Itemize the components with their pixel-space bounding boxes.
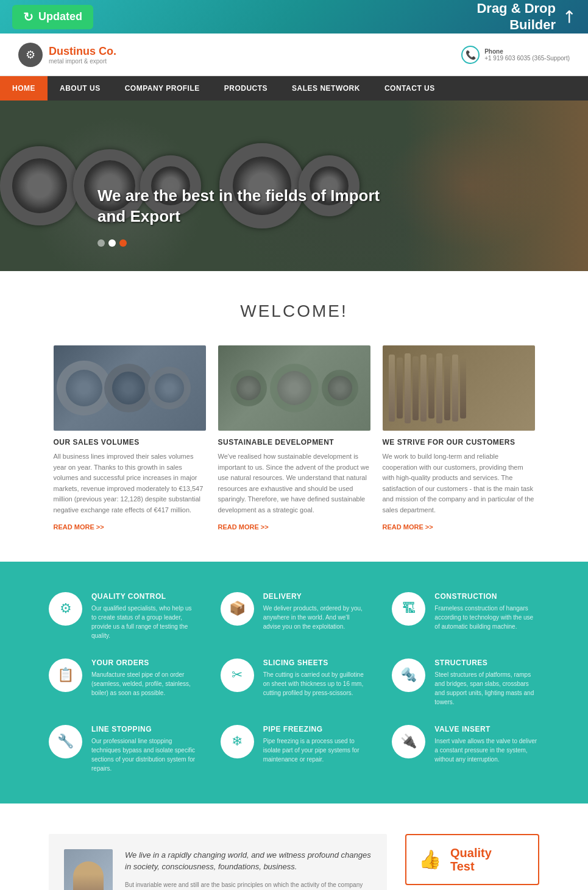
- logo-area: ⚙ Dustinus Co. metal import & export: [18, 43, 116, 67]
- service-icon-orders: 📋: [49, 659, 82, 692]
- card-title-sales: OUR SALES VOLUMES: [54, 438, 206, 447]
- service-construction: 🏗 CONSTRUCTION Frameless construction of…: [392, 592, 539, 640]
- services-grid: ⚙ QUALITY CONTROL Our qualified speciali…: [49, 592, 539, 773]
- card-text-customers: We work to build long-term and reliable …: [383, 451, 535, 516]
- service-icon-slicing: ✂: [221, 659, 254, 692]
- nav-item-about[interactable]: ABOUT US: [48, 76, 113, 101]
- line-stopping-icon: 🔧: [57, 733, 74, 749]
- read-more-sustainable[interactable]: READ MORE >>: [218, 523, 269, 531]
- orders-icon: 📋: [57, 667, 74, 683]
- pipe-1: [57, 361, 112, 415]
- delivery-icon: 📦: [229, 601, 246, 616]
- hero-dots[interactable]: [97, 239, 491, 247]
- rebar-4: [413, 356, 419, 420]
- service-text-pipe-freezing: Pipe freezing is a process used to isola…: [263, 736, 368, 764]
- card-image-pipes: [54, 345, 206, 431]
- services-section: ⚙ QUALITY CONTROL Our qualified speciali…: [0, 562, 588, 803]
- card-title-customers: WE STRIVE FOR OUR CUSTOMERS: [383, 438, 535, 447]
- service-pipe-freezing: ❄ PIPE FREEZING Pipe freezing is a proce…: [221, 725, 368, 773]
- rebar-9: [452, 355, 458, 422]
- bottom-body: But invariable were and still are the ba…: [125, 880, 372, 890]
- phone-icon: 📞: [461, 46, 480, 64]
- service-content-valve-insert: VALVE INSERT Insert valve allows the val…: [434, 725, 539, 764]
- service-title-delivery: DELIVERY: [263, 592, 368, 601]
- slicing-icon: ✂: [232, 667, 243, 683]
- card-image-rebar: [383, 345, 535, 431]
- service-orders: 📋 YOUR ORDERS Manufacture steel pipe of …: [49, 659, 196, 707]
- rebar-10: [460, 358, 466, 419]
- nav-item-home[interactable]: HOME: [0, 76, 48, 101]
- coil-sim-2: [270, 364, 319, 412]
- logo-name: Dustinus Co.: [49, 45, 116, 58]
- service-content-quality: QUALITY CONTROL Our qualified specialist…: [91, 592, 196, 640]
- promo-card-quality[interactable]: 👍 QualityTest: [405, 834, 539, 885]
- service-text-valve-insert: Insert valve allows the valve to deliver…: [434, 736, 539, 764]
- service-delivery: 📦 DELIVERY We deliver products, ordered …: [221, 592, 368, 640]
- service-content-pipe-freezing: PIPE FREEZING Pipe freezing is a process…: [263, 725, 368, 764]
- hero-dot-3[interactable]: [119, 239, 127, 247]
- service-content-structures: STRUCTURES Steel structures of platforms…: [434, 659, 539, 707]
- refresh-icon: ↻: [23, 10, 34, 24]
- promo-label-quality: QualityTest: [450, 846, 492, 873]
- pipe-freezing-icon: ❄: [232, 733, 243, 749]
- coil-sim-1: [230, 370, 267, 406]
- nav-item-products[interactable]: PRODUCTS: [212, 76, 280, 101]
- valve-insert-icon: 🔌: [400, 733, 417, 749]
- header: ⚙ Dustinus Co. metal import & export 📞 P…: [0, 34, 588, 76]
- service-icon-construction: 🏗: [392, 592, 425, 626]
- bottom-quote: We live in a rapidly changing world, and…: [125, 849, 372, 873]
- service-content-slicing: SLICING SHEETS The cutting is carried ou…: [263, 659, 368, 698]
- card-text-sustainable: We've realised how sustainable developme…: [218, 451, 370, 516]
- service-icon-delivery: 📦: [221, 592, 254, 626]
- nav-item-contact[interactable]: CONTACT US: [372, 76, 447, 101]
- coil-sim-3: [322, 370, 358, 406]
- welcome-title: WELCOME!: [49, 302, 539, 321]
- hero-dot-2[interactable]: [108, 239, 116, 247]
- bottom-avatar: [64, 849, 113, 890]
- bottom-right: 👍 QualityTest 🚩 HotOffers: [405, 834, 539, 890]
- quality-control-icon: ⚙: [60, 601, 72, 616]
- hero-dot-1[interactable]: [97, 239, 105, 247]
- logo-icon: ⚙: [18, 43, 43, 67]
- service-valve-insert: 🔌 VALVE INSERT Insert valve allows the v…: [392, 725, 539, 773]
- service-text-delivery: We deliver products, ordered by you, any…: [263, 604, 368, 631]
- read-more-sales[interactable]: READ MORE >>: [54, 523, 104, 531]
- phone-label: Phone: [484, 48, 570, 55]
- service-icon-line-stopping: 🔧: [49, 725, 82, 758]
- bottom-section: We live in a rapidly changing world, and…: [0, 803, 588, 890]
- service-text-orders: Manufacture steel pipe of on order (seam…: [91, 670, 196, 698]
- service-content-orders: YOUR ORDERS Manufacture steel pipe of on…: [91, 659, 196, 698]
- header-contact: 📞 Phone +1 919 603 6035 (365-Support): [461, 46, 570, 64]
- service-icon-quality-control: ⚙: [49, 592, 82, 626]
- drag-drop-label: Drag & DropBuilder: [476, 1, 556, 33]
- hero-title: We are the best in the fields of Import …: [97, 186, 402, 227]
- service-title-orders: YOUR ORDERS: [91, 659, 196, 667]
- service-quality-control: ⚙ QUALITY CONTROL Our qualified speciali…: [49, 592, 196, 640]
- service-title-construction: CONSTRUCTION: [434, 592, 539, 601]
- service-line-stopping: 🔧 LINE STOPPING Our professional line st…: [49, 725, 196, 773]
- service-icon-structures: 🔩: [392, 659, 425, 692]
- cards-grid: OUR SALES VOLUMES All business lines imp…: [49, 345, 539, 531]
- rebar-2: [397, 358, 403, 419]
- card-title-sustainable: SUSTAINABLE DEVELOPMENT: [218, 438, 370, 447]
- service-text-slicing: The cutting is carried out by guillotine…: [263, 670, 368, 698]
- service-slicing: ✂ SLICING SHEETS The cutting is carried …: [221, 659, 368, 707]
- logo-text: Dustinus Co. metal import & export: [49, 45, 116, 65]
- service-text-line-stopping: Our professional line stopping technique…: [91, 736, 196, 773]
- pipe-3: [148, 367, 191, 409]
- logo-subtitle: metal import & export: [49, 58, 116, 65]
- nav-item-sales[interactable]: SALES NETWORK: [280, 76, 372, 101]
- top-banner: ↻ Updated Drag & DropBuilder ↗: [0, 0, 588, 34]
- service-text-construction: Frameless construction of hangars accord…: [434, 604, 539, 631]
- coil-1: [0, 146, 79, 225]
- service-title-slicing: SLICING SHEETS: [263, 659, 368, 667]
- card-sales: OUR SALES VOLUMES All business lines imp…: [54, 345, 206, 531]
- service-title-valve-insert: VALVE INSERT: [434, 725, 539, 733]
- nav-item-company[interactable]: COMPANY PROFILE: [113, 76, 212, 101]
- read-more-customers[interactable]: READ MORE >>: [383, 523, 433, 531]
- hero-section: We are the best in the fields of Import …: [0, 101, 588, 271]
- service-title-structures: STRUCTURES: [434, 659, 539, 667]
- card-sustainable: SUSTAINABLE DEVELOPMENT We've realised h…: [218, 345, 370, 531]
- rebar-7: [436, 353, 442, 423]
- avatar-person: [73, 861, 104, 890]
